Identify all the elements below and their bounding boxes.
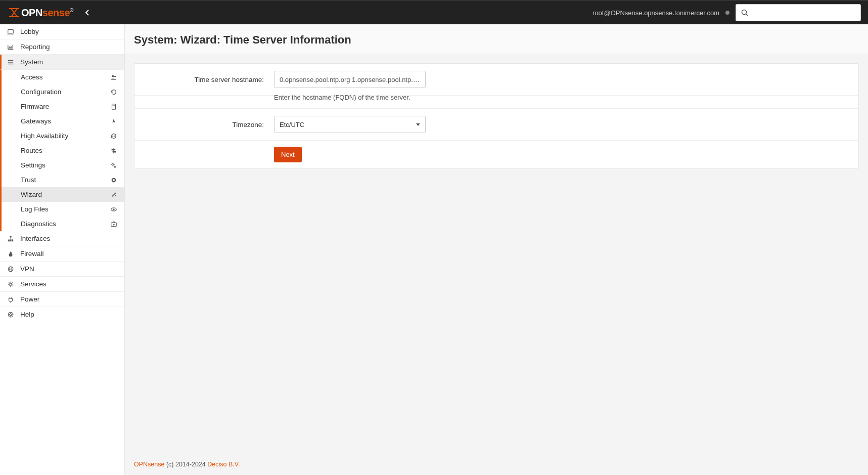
svg-line-1 — [746, 14, 748, 16]
svg-point-7 — [112, 75, 114, 77]
magic-icon — [110, 191, 117, 198]
svg-rect-2 — [8, 29, 14, 33]
undo-icon — [110, 89, 117, 96]
footer-company[interactable]: Deciso B.V. — [207, 461, 240, 468]
status-indicator — [725, 11, 729, 15]
caret-down-icon — [416, 123, 420, 126]
svg-point-48 — [10, 313, 12, 315]
svg-point-25 — [115, 195, 116, 196]
fire-icon — [7, 250, 15, 257]
cog-icon — [7, 281, 15, 288]
sidebar-item-system[interactable]: System — [0, 55, 124, 70]
sidebar-item-label: Diagnostics — [21, 220, 56, 228]
sidebar-item-label: Configuration — [21, 88, 61, 96]
sidebar-item-label: Settings — [21, 161, 45, 169]
wizard-panel: Time server hostname: Enter the hostname… — [134, 63, 859, 169]
cert-icon — [110, 177, 117, 184]
svg-rect-31 — [10, 236, 12, 237]
sidebar-subitem-trust[interactable]: Trust — [0, 172, 124, 187]
svg-point-14 — [112, 163, 114, 165]
hostname-help: Enter the hostname (FQDN) of the time se… — [134, 94, 858, 109]
svg-point-24 — [113, 192, 113, 193]
svg-line-45 — [9, 285, 9, 286]
logo-text-orange: sense — [42, 7, 70, 18]
timezone-value: Etc/UTC — [280, 121, 304, 128]
search-input[interactable] — [753, 4, 861, 21]
sidebar-item-interfaces[interactable]: Interfaces — [0, 231, 124, 246]
sidebar-item-power[interactable]: Power — [0, 292, 124, 307]
sidebar-item-label: Services — [20, 280, 47, 288]
refresh-icon — [110, 133, 117, 140]
svg-line-22 — [112, 193, 116, 196]
next-button[interactable]: Next — [274, 147, 302, 162]
laptop-icon — [7, 28, 15, 35]
sidebar: LobbyReportingSystem AccessConfiguration… — [0, 24, 125, 475]
svg-rect-33 — [10, 240, 11, 241]
globe-icon — [7, 266, 15, 273]
sidebar-item-label: Log Files — [21, 205, 49, 213]
timezone-select[interactable]: Etc/UTC — [274, 116, 426, 133]
sd-icon — [110, 103, 117, 110]
sidebar-subitem-gateways[interactable]: Gateways — [0, 114, 124, 128]
cogs-icon — [110, 162, 117, 169]
sidebar-item-label: Help — [20, 311, 34, 318]
list-icon — [7, 59, 15, 66]
sidebar-item-label: High Availability — [21, 132, 68, 140]
svg-point-0 — [742, 10, 746, 15]
logo[interactable]: OPNsense® — [7, 6, 73, 19]
timezone-label: Timezone: — [145, 121, 274, 128]
svg-rect-32 — [8, 240, 10, 241]
life-icon — [7, 311, 15, 318]
footer-mid: (c) 2014-2024 — [164, 461, 207, 468]
user-info[interactable]: root@OPNsense.opnsense.tonimercer.com — [592, 9, 719, 17]
sidebar-subitem-diagnostics[interactable]: Diagnostics — [0, 217, 124, 231]
sidebar-item-vpn[interactable]: VPN — [0, 262, 124, 277]
sidebar-item-label: Gateways — [21, 117, 51, 125]
logo-icon — [7, 6, 21, 19]
sidebar-subitem-configuration[interactable]: Configuration — [0, 84, 124, 99]
nav-icon — [110, 118, 117, 125]
hostname-label: Time server hostname: — [145, 76, 274, 83]
sidebar-subitem-firmware[interactable]: Firmware — [0, 99, 124, 114]
sidebar-item-label: System — [20, 58, 43, 66]
sidebar-item-label: Power — [20, 295, 39, 303]
svg-point-27 — [113, 208, 114, 210]
time-server-hostname-input[interactable] — [274, 71, 426, 88]
svg-point-15 — [114, 166, 116, 167]
search-icon — [741, 9, 748, 16]
eye-icon — [110, 206, 117, 213]
search-button[interactable] — [736, 4, 753, 21]
page-title: System: Wizard: Time Server Information — [125, 24, 868, 54]
sidebar-item-firewall[interactable]: Firewall — [0, 246, 124, 262]
footer: OPNsense (c) 2014-2024 Deciso B.V. — [125, 454, 868, 475]
footer-brand[interactable]: OPNsense — [134, 461, 164, 468]
medkit-icon — [110, 221, 117, 228]
main-content: System: Wizard: Time Server Information … — [125, 24, 868, 475]
sidebar-item-label: Firmware — [21, 103, 49, 110]
svg-rect-34 — [12, 240, 13, 241]
sidebar-item-reporting[interactable]: Reporting — [0, 39, 124, 55]
sidebar-item-help[interactable]: Help — [0, 307, 124, 322]
sidebar-subitem-high-availability[interactable]: High Availability — [0, 128, 124, 143]
sidebar-collapse-button[interactable] — [80, 7, 94, 18]
sidebar-subitem-routes[interactable]: Routes — [0, 143, 124, 158]
svg-rect-9 — [112, 104, 116, 109]
sidebar-subitem-settings[interactable]: Settings — [0, 158, 124, 172]
sidebar-subitem-wizard[interactable]: Wizard — [0, 187, 124, 202]
sidebar-item-label: Routes — [21, 147, 42, 154]
sidebar-item-label: VPN — [20, 265, 34, 273]
sitemap-icon — [7, 235, 15, 242]
search-wrap — [736, 4, 861, 21]
sidebar-subitem-log-files[interactable]: Log Files — [0, 202, 124, 217]
chart-icon — [7, 44, 15, 51]
svg-point-38 — [10, 283, 12, 285]
signs-icon — [110, 147, 117, 154]
svg-line-43 — [9, 282, 9, 283]
sidebar-item-label: Interfaces — [20, 235, 50, 242]
sidebar-item-services[interactable]: Services — [0, 277, 124, 292]
sidebar-item-lobby[interactable]: Lobby — [0, 24, 124, 39]
sidebar-item-label: Wizard — [21, 191, 42, 198]
users-icon — [110, 74, 117, 81]
sidebar-subitem-access[interactable]: Access — [0, 70, 124, 84]
sidebar-item-label: Reporting — [20, 43, 50, 51]
